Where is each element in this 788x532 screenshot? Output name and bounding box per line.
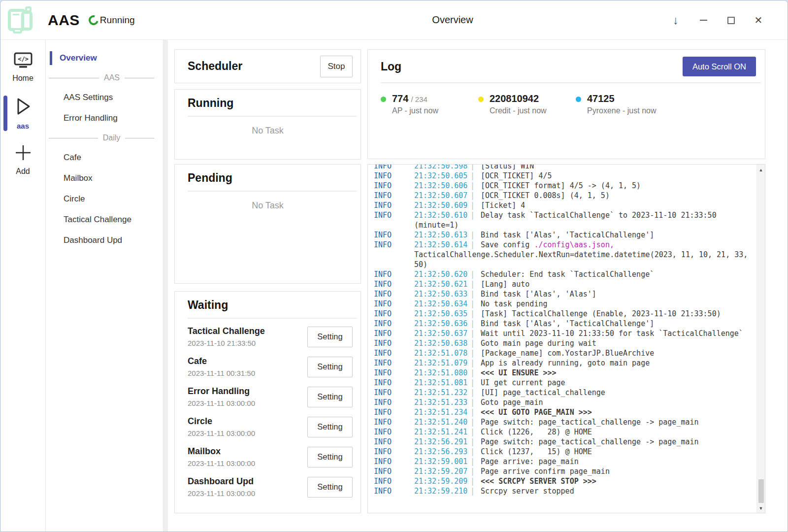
log-entry: INFO21:32:59.209|<<< SCRCPY SERVER STOP … (374, 476, 755, 486)
log-entry: INFO21:32:51.240|Page switch: page_tacti… (374, 417, 755, 427)
sidebar-item-aas-settings[interactable]: AAS Settings (46, 87, 163, 108)
log-timestamp: 21:32:50.638 (414, 338, 469, 348)
log-timestamp: 21:32:59.207 (414, 466, 469, 476)
rail-item-aas[interactable]: aas (0, 92, 45, 135)
page-title: Overview (432, 14, 473, 26)
log-separator: | (469, 171, 481, 180)
download-update-icon[interactable]: ↓ (670, 15, 681, 26)
log-stat: 47125 Pyroxene - just now (576, 93, 673, 115)
sidebar-item-tactical-challenge[interactable]: Tactical Challenge (46, 209, 163, 230)
task-setting-button[interactable]: Setting (307, 387, 353, 407)
scroll-up-icon[interactable]: ▲ (757, 167, 765, 172)
sidebar-item-dashboard-upd[interactable]: Dashboard Upd (46, 230, 163, 251)
pending-empty-text: No Task (175, 200, 361, 211)
maximize-icon[interactable] (725, 15, 736, 26)
sidebar-item-error-handling[interactable]: Error Handling (46, 108, 163, 129)
log-stat: 220810942 Credit - just now (478, 93, 576, 115)
waiting-task-row: Mailbox 2023-11-11 03:00:00 Setting (175, 442, 361, 472)
log-entry: INFO21:32:50.638|Goto main page during w… (374, 338, 755, 348)
main-area: </> Home aas (0, 40, 788, 532)
log-timestamp: 21:32:59.001 (414, 457, 469, 466)
log-message: Bind task ['Alas', 'Alas'] (481, 290, 596, 299)
log-message: No task pending (481, 299, 547, 308)
scroll-down-icon[interactable]: ▼ (757, 506, 765, 511)
log-header: Log Auto Scroll ON (368, 57, 765, 76)
log-entry: INFO21:32:50.621|[Lang] auto (374, 279, 755, 289)
log-separator: | (469, 447, 481, 456)
log-message: Bind task ['Alas', 'TacticalChallenge'] (481, 231, 654, 239)
log-message: Bind task ['Alas', 'TacticalChallenge'] (481, 319, 654, 328)
log-timestamp: 21:32:50.609 (414, 200, 469, 210)
rail-item-label: aas (17, 122, 29, 130)
log-level: INFO (374, 299, 414, 309)
close-icon[interactable]: ✕ (753, 15, 764, 26)
log-separator: | (469, 299, 481, 308)
log-column: Log Auto Scroll ON 774/ 234 AP - just no… (367, 49, 765, 513)
sidebar-item-overview[interactable]: Overview (46, 48, 163, 68)
log-level: INFO (374, 164, 414, 171)
minimize-icon[interactable] (698, 15, 709, 26)
running-title: Running (188, 97, 361, 110)
sidebar-item-mailbox[interactable]: Mailbox (46, 168, 163, 189)
status-badge: Running (89, 15, 135, 26)
log-level: INFO (374, 338, 414, 348)
task-setting-button[interactable]: Setting (307, 357, 353, 377)
log-timestamp: 21:32:51.079 (414, 358, 469, 368)
pending-title: Pending (188, 171, 361, 185)
task-name: Dashboard Upd (188, 476, 255, 487)
log-timestamp: 21:32:50.633 (414, 289, 469, 299)
log-timestamp: 21:32:50.614 (414, 240, 469, 250)
log-scrollbar[interactable]: ▲ ▼ (756, 165, 765, 513)
auto-scroll-button[interactable]: Auto Scroll ON (683, 57, 756, 76)
log-timestamp: 21:32:59.209 (414, 476, 469, 486)
sidebar-section-label: AAS (104, 73, 120, 82)
stat-dot-icon (381, 97, 386, 102)
sidebar-item-circle[interactable]: Circle (46, 189, 163, 209)
task-setting-button[interactable]: Setting (307, 417, 353, 437)
log-separator: | (469, 388, 481, 397)
task-name: Tactical Challenge (188, 326, 265, 336)
log-separator: | (469, 201, 481, 210)
log-message: [Package_name] com.YostarJP.BlueArchive (481, 349, 654, 358)
log-timestamp: 21:32:51.234 (414, 407, 469, 417)
task-setting-button[interactable]: Setting (307, 477, 353, 498)
log-timestamp: 21:32:56.293 (414, 447, 469, 457)
code-monitor-icon: </> (13, 52, 33, 71)
log-level: INFO (374, 378, 414, 388)
log-message: App is already running, goto main page (481, 359, 650, 367)
task-setting-button[interactable]: Setting (307, 327, 353, 347)
log-entry: INFO21:32:51.080|<<< UI ENSURE >>> (374, 368, 755, 378)
log-message: Scheduler: End task `TacticalChallenge` (481, 270, 654, 279)
log-entry: INFO21:32:51.241|Click (1226, 28) @ HOME (374, 427, 755, 437)
log-entry: INFO21:32:50.614|Save config ./config\aa… (374, 240, 755, 269)
log-entry: INFO21:32:51.081|UI get current page (374, 378, 755, 388)
stop-button[interactable]: Stop (320, 56, 353, 77)
scheduler-title: Scheduler (188, 60, 242, 73)
task-next-run-time: 2023-11-11 00:31:50 (188, 369, 255, 377)
task-setting-button[interactable]: Setting (307, 447, 353, 467)
log-entry: INFO21:32:50.620|Scheduler: End task `Ta… (374, 269, 755, 279)
stat-label: Credit - just now (490, 106, 547, 115)
scroll-thumb[interactable] (758, 479, 764, 503)
waiting-task-list: Tactical Challenge 2023-11-10 21:33:50 S… (175, 322, 361, 502)
log-entry: INFO21:32:59.210|Scrcpy server stopped (374, 486, 755, 496)
log-lines: INFO21:32:50.598|[Status] WININFO21:32:5… (374, 164, 755, 496)
rail-item-add[interactable]: Add (0, 139, 45, 181)
log-entry: INFO21:32:50.633|Bind task ['Alas', 'Ala… (374, 289, 755, 299)
log-message: [OCR_TICKET 0.008s] (4, 1, 5) (481, 191, 610, 200)
log-timestamp: 21:32:51.081 (414, 378, 469, 388)
sidebar-item-cafe[interactable]: Cafe (46, 147, 163, 168)
log-message: Click (1237, 15) @ HOME (481, 447, 592, 456)
log-separator: | (469, 349, 481, 358)
log-card: Log Auto Scroll ON 774/ 234 AP - just no… (367, 49, 765, 159)
sidebar-item-label: AAS Settings (64, 93, 113, 102)
log-level: INFO (374, 358, 414, 368)
log-message: Page switch: page_tactical_challenge -> … (481, 418, 699, 427)
log-level: INFO (374, 319, 414, 329)
log-message: [Task] TacticalChallenge (Enable, 2023-1… (481, 309, 721, 318)
log-message: Scrcpy server stopped (481, 487, 574, 496)
log-timestamp: 21:32:51.233 (414, 398, 469, 407)
waiting-task-row: Circle 2023-11-11 03:00:00 Setting (175, 412, 361, 442)
rail-item-home[interactable]: </> Home (0, 48, 45, 88)
waiting-task-row: Tactical Challenge 2023-11-10 21:33:50 S… (175, 322, 361, 352)
